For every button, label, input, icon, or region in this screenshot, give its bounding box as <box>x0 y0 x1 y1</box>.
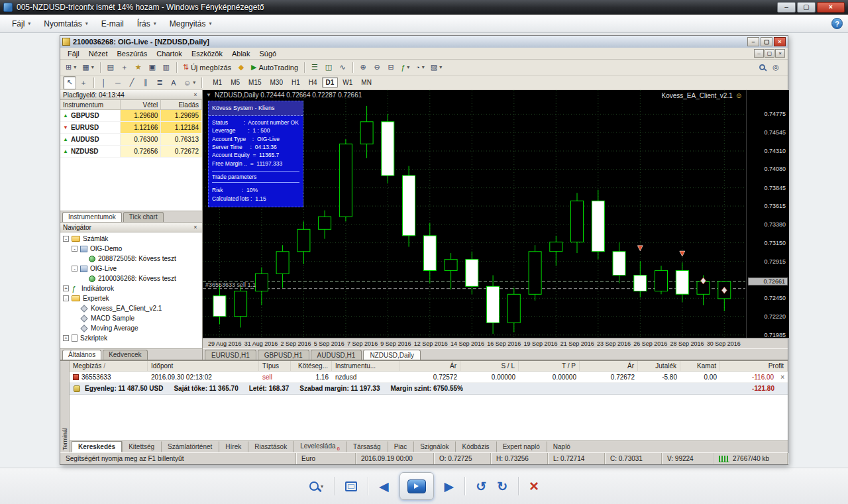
crosshair-tool[interactable]: + <box>77 76 90 89</box>
mt4-minimize-button[interactable]: – <box>747 37 759 46</box>
mt4-menu-tools[interactable]: Eszközök <box>187 48 227 59</box>
mt4-menu-insert[interactable]: Beszúrás <box>112 48 152 59</box>
timeframe-d1-button[interactable]: D1 <box>322 77 339 88</box>
strategy-tester-button[interactable]: ▥ <box>160 61 173 74</box>
help-icon[interactable]: ? <box>831 18 843 29</box>
market-watch-row[interactable]: ▲AUDUSD0.763000.76313 <box>60 134 202 146</box>
market-watch-column-header[interactable]: Vétel <box>121 100 162 109</box>
mt4-close-button[interactable]: × <box>774 37 786 46</box>
menu-print[interactable]: Nyomtatás▾ <box>37 17 94 31</box>
terminal-button[interactable]: ▣ <box>146 61 159 74</box>
tab-common[interactable]: Általános <box>62 350 101 360</box>
nav-item-kovess-ea[interactable]: Kovess_EA_Client_v2.1 <box>60 303 202 313</box>
channel-tool[interactable]: ∥ <box>139 76 152 89</box>
term-tab-history[interactable]: Számlatörténet <box>161 441 219 452</box>
rotate-right-button[interactable]: ↻ <box>497 479 507 494</box>
timeframe-w1-button[interactable]: W1 <box>339 77 356 88</box>
nav-item-oig-live[interactable]: -OIG-Live <box>60 264 202 274</box>
rotate-left-button[interactable]: ↺ <box>476 479 486 494</box>
close-icon[interactable]: × <box>191 224 199 230</box>
chart-candles-button[interactable]: ◫ <box>322 61 335 74</box>
column-header-k-t-seg-[interactable]: Kötéseg... <box>291 361 332 371</box>
column-header-kamat[interactable]: Kamat <box>680 361 720 371</box>
timeframe-m30-button[interactable]: M30 <box>266 77 287 88</box>
term-tab-news[interactable]: Hírek <box>219 441 248 452</box>
expand-icon[interactable]: + <box>63 285 69 291</box>
indicators-button[interactable]: ƒ▾ <box>398 61 412 74</box>
term-tab-signals[interactable]: Szignálok <box>413 441 455 452</box>
collapse-icon[interactable]: - <box>72 246 78 252</box>
nav-item-demo-account[interactable]: 2088725058: Kövess teszt <box>60 254 202 264</box>
nav-item-accounts[interactable]: -Számlák <box>60 234 202 244</box>
column-header-t-pus[interactable]: Típus <box>259 361 291 371</box>
new-chart-button[interactable]: ⊞▾ <box>63 61 79 74</box>
term-tab-exposure[interactable]: Kitettség <box>122 441 161 452</box>
timeframe-m5-button[interactable]: M5 <box>227 77 244 88</box>
column-header-t-p[interactable]: T / P <box>519 361 580 371</box>
timeframe-m1-button[interactable]: M1 <box>209 77 226 88</box>
data-window-button[interactable]: + <box>118 61 131 74</box>
timeframe-mn-button[interactable]: MN <box>357 77 376 88</box>
mt4-menu-help[interactable]: Súgó <box>254 48 281 59</box>
minimize-button[interactable]: – <box>777 2 796 13</box>
timeframe-h1-button[interactable]: H1 <box>288 77 304 88</box>
periods-button[interactable]: ◔▾ <box>413 61 427 74</box>
expand-icon[interactable]: + <box>63 335 69 341</box>
tab-favorites[interactable]: Kedvencek <box>103 350 147 360</box>
market-watch-column-header[interactable]: Instrumentum <box>60 100 121 109</box>
delete-button[interactable]: × <box>529 479 539 493</box>
column-header-s-l[interactable]: S / L <box>460 361 519 371</box>
menu-email[interactable]: E-mail <box>95 17 131 31</box>
collapse-icon[interactable]: - <box>72 266 78 272</box>
menu-file[interactable]: Fájl▾ <box>5 17 37 31</box>
nav-item-macd-sample[interactable]: MACD Sample <box>60 313 202 323</box>
term-tab-company[interactable]: Társaság <box>346 441 388 452</box>
tab-tick-chart[interactable]: Tick chart <box>123 212 164 222</box>
term-tab-expert-log[interactable]: Expert napló <box>496 441 547 452</box>
zoom-button[interactable]: ▾ <box>309 481 323 491</box>
mdi-close-button[interactable]: × <box>775 49 785 58</box>
collapse-icon[interactable]: - <box>63 295 69 301</box>
nav-item-indicators[interactable]: +Indikátorok <box>60 283 202 293</box>
maximize-button[interactable]: ▢ <box>797 2 816 13</box>
price-scale[interactable]: 0.747750.745450.743100.740800.738450.736… <box>746 90 789 338</box>
column-header-megb-z-s[interactable]: Megbízás/ <box>70 361 148 371</box>
column-header-id-pont[interactable]: Időpont <box>148 361 259 371</box>
templates-button[interactable]: ▨▾ <box>428 61 445 74</box>
chart-plot[interactable]: ▼ NZDUSD,Daily 0.72444 0.72664 0.72287 0… <box>203 90 746 338</box>
search-icon[interactable] <box>759 64 765 70</box>
term-tab-journal[interactable]: Napló <box>547 441 577 452</box>
close-order-icon[interactable]: × <box>780 374 784 381</box>
column-header-instrumentu-[interactable]: Instrumentu... <box>332 361 399 371</box>
next-button[interactable]: ▶ <box>445 479 454 494</box>
market-watch-row[interactable]: ▲NZDUSD0.726560.72672 <box>60 146 202 158</box>
title-bar[interactable]: 005-NZDUSD-triconfx ismét 14% hozam - Wi… <box>0 0 848 15</box>
collapse-icon[interactable]: - <box>63 236 69 242</box>
mdi-minimize-button[interactable]: – <box>754 49 764 58</box>
column-header--r[interactable]: Ár <box>580 361 638 371</box>
nav-item-experts[interactable]: -Expertek <box>60 293 202 303</box>
tab-symbols[interactable]: Instrumentumok <box>62 212 122 222</box>
chart-line-button[interactable]: ∿ <box>336 61 349 74</box>
time-axis[interactable]: 29 Aug 201631 Aug 20162 Sep 20165 Sep 20… <box>203 338 746 348</box>
close-icon[interactable]: × <box>191 91 199 98</box>
find-symbol-button[interactable]: ◎ <box>769 61 782 74</box>
vertical-line-tool[interactable]: │ <box>97 76 111 89</box>
mt4-menu-charts[interactable]: Chartok <box>152 48 187 59</box>
term-tab-codebase[interactable]: Kódbázis <box>455 441 496 452</box>
horizontal-line-tool[interactable]: ─ <box>111 76 125 89</box>
timeframe-m15-button[interactable]: M15 <box>244 77 265 88</box>
new-order-button[interactable]: ⇅Új megbízás <box>180 61 234 74</box>
close-button[interactable]: × <box>817 2 845 13</box>
term-tab-trade[interactable]: Kereskedés <box>72 441 122 452</box>
one-click-collapse-icon[interactable]: ▼ <box>206 92 211 98</box>
chart-bars-button[interactable]: ☰ <box>308 61 321 74</box>
slideshow-button[interactable] <box>399 472 434 500</box>
autotrading-button[interactable]: ▶AutoTrading <box>248 61 301 74</box>
market-watch-row[interactable]: ▲GBPUSD1.296801.29695 <box>60 110 202 122</box>
fibonacci-tool[interactable]: ≣ <box>153 76 166 89</box>
metaeditor-button[interactable]: ◆ <box>235 61 248 74</box>
column-header--r[interactable]: Ár <box>399 361 460 371</box>
terminal-side-strip[interactable]: Terminál <box>60 361 70 452</box>
arrows-tool[interactable]: ☺▾ <box>181 76 198 89</box>
